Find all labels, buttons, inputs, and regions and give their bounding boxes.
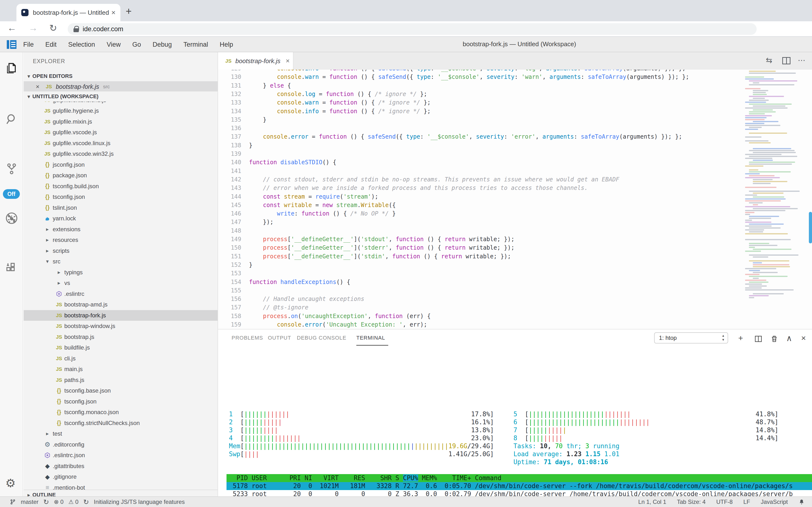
tree-item-.eslintrc.json[interactable]: .eslintrc.json — [24, 450, 218, 460]
tree-item-tsconfig.monaco.json[interactable]: {}tsconfig.monaco.json — [24, 407, 218, 417]
menu-go[interactable]: Go — [126, 41, 147, 48]
menu-terminal[interactable]: Terminal — [178, 41, 214, 48]
tree-item-tsconfig.base.json[interactable]: {}tsconfig.base.json — [24, 385, 218, 396]
tree-item-label: .eslintrc — [64, 290, 84, 297]
back-icon[interactable]: ← — [7, 23, 16, 33]
compare-icon[interactable]: ⇆ — [766, 56, 772, 65]
tree-item-label: bootstrap.js — [64, 334, 94, 340]
warnings-indicator[interactable]: ⚠ 0 — [68, 499, 78, 505]
code-line-153: 153 — [218, 269, 812, 278]
tree-item-bootstrap-amd.js[interactable]: JSbootstrap-amd.js — [24, 299, 218, 310]
tree-item-tslint.json[interactable]: {}tslint.json — [24, 203, 218, 213]
language-mode[interactable]: JavaScript — [761, 499, 788, 505]
menu-view[interactable]: View — [101, 41, 126, 48]
htop-process-row[interactable]: 5233 root 20 0 0 0 0 Z 36.3 0.0 0:02.79 … — [227, 490, 812, 496]
more-actions-icon[interactable]: ⋯ — [798, 56, 806, 65]
tree-item-test[interactable]: ▸test — [24, 429, 218, 439]
chevron-down-icon: ▾ — [27, 73, 30, 79]
editor-tab[interactable]: JS bootstrap-fork.js × — [218, 52, 294, 70]
tree-item-.gitignore[interactable]: ◆.gitignore — [24, 471, 218, 482]
tab-size[interactable]: Tab Size: 4 — [677, 499, 706, 505]
menu-file[interactable]: File — [17, 41, 40, 48]
tree-item-bootstrap.js[interactable]: JSbootstrap.js — [24, 332, 218, 342]
open-editor-item[interactable]: × JS bootstrap-fork.js src — [24, 81, 218, 92]
menu-edit[interactable]: Edit — [40, 41, 63, 48]
tree-item-resources[interactable]: ▸resources — [24, 235, 218, 245]
tree-item-tsconfig.build.json[interactable]: {}tsconfig.build.json — [24, 181, 218, 191]
menu-selection[interactable]: Selection — [62, 41, 101, 48]
split-editor-icon[interactable] — [782, 57, 791, 64]
branch-name[interactable]: master — [21, 499, 39, 505]
tree-item-label: cli.js — [64, 355, 76, 362]
menu-help[interactable]: Help — [214, 41, 239, 48]
close-icon[interactable]: × — [36, 83, 40, 91]
tree-item-vs[interactable]: ▸vs — [24, 278, 218, 288]
tree-item-jsconfig.json[interactable]: {}jsconfig.json — [24, 159, 218, 170]
tab-close-icon[interactable]: × — [111, 8, 116, 17]
tree-item-tsconfig.strictNullChecks.json[interactable]: {}tsconfig.strictNullChecks.json — [24, 418, 218, 429]
outline-section[interactable]: ▸ OUTLINE — [24, 490, 218, 496]
tree-item-label: .editorconfig — [53, 441, 84, 448]
htop-process-row[interactable]: 5178 root 20 0 1021M 181M 3328 R 72.7 0.… — [227, 482, 812, 490]
tree-item-src[interactable]: ▾src — [24, 256, 218, 267]
tree-item-tsconfig.json[interactable]: {}tsconfig.json — [24, 191, 218, 202]
source-control-icon[interactable] — [5, 163, 18, 175]
tree-item-gulpfile.vscode.linux.js[interactable]: JSgulpfile.vscode.linux.js — [24, 138, 218, 149]
settings-gear-icon[interactable]: ⚙ — [5, 477, 16, 489]
extensions-icon[interactable] — [5, 261, 18, 274]
cursor-position[interactable]: Ln 1, Col 1 — [638, 499, 666, 505]
new-tab-button[interactable]: + — [126, 6, 132, 16]
terminal[interactable]: 1 [|||||||||||| 17.8%]2 [|||||||||| 16.1… — [218, 330, 812, 496]
sync-icon[interactable]: ↻ — [43, 498, 49, 506]
tree-item-bootstrap-window.js[interactable]: JSbootstrap-window.js — [24, 321, 218, 331]
tree-item-paths.js[interactable]: JSpaths.js — [24, 375, 218, 385]
tree-item-label: tsconfig.json — [53, 193, 85, 200]
tree-item-scripts[interactable]: ▸scripts — [24, 245, 218, 256]
browser-tab-title: bootstrap-fork.js — Untitled (W — [33, 9, 109, 16]
tree-item-buildfile.js[interactable]: JSbuildfile.js — [24, 342, 218, 353]
git-branch-icon[interactable] — [10, 499, 16, 505]
tree-item-typings[interactable]: ▸typings — [24, 267, 218, 278]
tree-item-main.js[interactable]: JSmain.js — [24, 364, 218, 375]
tree-item-gulpfile.hygiene.js[interactable]: JSgulpfile.hygiene.js — [24, 106, 218, 116]
code-line-135: 135 } — [218, 115, 812, 124]
tree-item-gulpfile.mixin.js[interactable]: JSgulpfile.mixin.js — [24, 116, 218, 127]
tree-item-gulpfile.vscode.win32.js[interactable]: JSgulpfile.vscode.win32.js — [24, 149, 218, 159]
close-icon[interactable]: × — [286, 57, 290, 65]
workspace-section[interactable]: ▾ UNTITLED (WORKSPACE) — [24, 92, 218, 102]
search-icon[interactable] — [5, 113, 18, 125]
tree-item-bootstrap-fork.js[interactable]: JSbootstrap-fork.js — [24, 310, 218, 321]
reload-icon[interactable]: ↻ — [49, 23, 57, 34]
editor-code[interactable]: 129 console.info = function () { safeSen… — [218, 70, 812, 329]
editor-scrollbar[interactable] — [809, 212, 812, 243]
open-editors-section[interactable]: ▾ OPEN EDITORS — [24, 71, 218, 81]
tree-item-.eslintrc[interactable]: .eslintrc — [24, 289, 218, 299]
tree-item-gulpfile.vscode.js[interactable]: JSgulpfile.vscode.js — [24, 127, 218, 137]
forward-icon[interactable]: → — [28, 23, 38, 33]
htop-table-header: PID USER PRI NI VIRT RES SHR S CPU% MEM%… — [227, 474, 812, 482]
menu-debug[interactable]: Debug — [147, 41, 178, 48]
tree-item-package.json[interactable]: {}package.json — [24, 170, 218, 181]
status-bar: master ↻ ⊗ 0 ⚠ 0 ↻ Initializing JS/TS la… — [0, 496, 812, 507]
js-file-icon: JS — [56, 313, 62, 318]
debug-off-icon[interactable] — [5, 212, 18, 224]
tree-item-.mention-bot[interactable]: ≡.mention-bot — [24, 482, 218, 490]
encoding[interactable]: UTF-8 — [716, 499, 733, 505]
minimap[interactable] — [744, 71, 808, 313]
gear-icon: ⚙ — [45, 441, 50, 448]
errors-indicator[interactable]: ⊗ 0 — [54, 499, 64, 505]
tree-item-.editorconfig[interactable]: ⚙.editorconfig — [24, 439, 218, 450]
explorer-icon[interactable] — [5, 62, 18, 74]
browser-tab[interactable]: bootstrap-fork.js — Untitled (W × — [16, 4, 120, 21]
offline-badge[interactable]: Off — [3, 189, 20, 199]
code-line-134: 134 console.info = function () { /* igno… — [218, 107, 812, 116]
tree-item-extensions[interactable]: ▸extensions — [24, 224, 218, 235]
tree-item-.gitattributes[interactable]: ◆.gitattributes — [24, 461, 218, 471]
tree-item-yarn.lock[interactable]: yarn.lock — [24, 213, 218, 224]
tree-item-tsconfig.json[interactable]: {}tsconfig.json — [24, 396, 218, 407]
bell-icon[interactable] — [799, 499, 805, 505]
tree-item-cli.js[interactable]: JScli.js — [24, 353, 218, 364]
url-bar[interactable]: ide.coder.com — [68, 23, 757, 35]
eol[interactable]: LF — [743, 499, 750, 505]
tree-item-gulpfile.extensions.js[interactable]: JSgulpfile.extensions.js — [24, 102, 218, 106]
